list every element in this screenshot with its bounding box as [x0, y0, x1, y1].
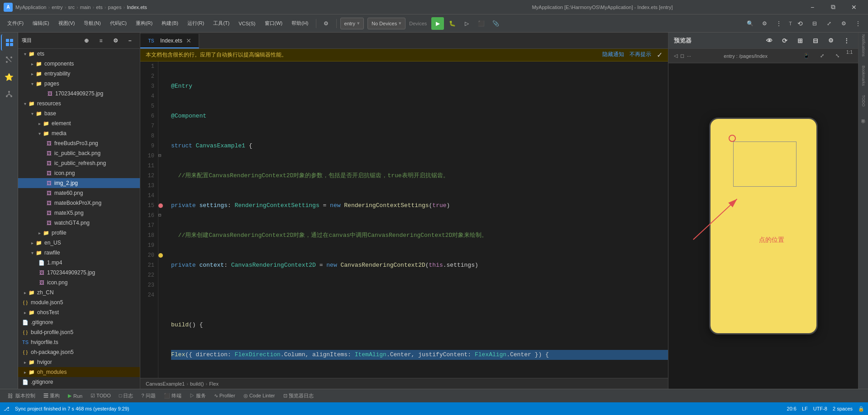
menu-build[interactable]: 构建(B): [158, 17, 182, 30]
menu-view[interactable]: 视图(V): [55, 17, 79, 30]
breadcrumb-main[interactable]: main: [80, 5, 91, 10]
line-ending[interactable]: LF: [802, 406, 808, 411]
tree-resources[interactable]: ▾ 📁 resources: [18, 99, 140, 108]
service-btn[interactable]: ▷ 服务: [186, 391, 210, 401]
preview-nav-back[interactable]: ◁: [674, 53, 677, 59]
tree-img2[interactable]: 🖼 img_2.jpg: [18, 178, 140, 188]
tree-watchgt4[interactable]: 🖼 watchGT4.png: [18, 218, 140, 228]
tree-matex5[interactable]: 🖼 mateX5.png: [18, 208, 140, 218]
profiler-btn[interactable]: ∿ Profiler: [210, 391, 239, 401]
code-linter-btn[interactable]: ◎ Code Linter: [240, 391, 279, 401]
device-dropdown[interactable]: No Devices ▾: [367, 18, 405, 29]
breakpoint-15[interactable]: [158, 203, 163, 208]
menu-navigate[interactable]: 导航(N): [80, 17, 104, 30]
tree-ic-refresh[interactable]: 🖼 ic_public_refresh.png: [18, 158, 140, 168]
maximize-button[interactable]: ⧉: [823, 0, 844, 14]
encoding[interactable]: UTF-8: [813, 406, 827, 411]
tree-ohostest[interactable]: ▸ 📁 ohosTest: [18, 307, 140, 317]
notifications-label[interactable]: Notifications: [861, 34, 866, 57]
tree-header-icon3[interactable]: ⚙: [109, 34, 122, 47]
tree-base[interactable]: ▾ 📁 base: [18, 108, 140, 118]
breadcrumb-pages[interactable]: pages: [108, 5, 122, 10]
tree-gitignore[interactable]: 📄 .gitignore: [18, 317, 140, 327]
tree-pages[interactable]: ▾ 📁 pages: [18, 79, 140, 89]
tree-jpg2[interactable]: 🖼 1702344909275.jpg: [18, 268, 140, 278]
terminal-btn[interactable]: ⬛ 终端: [160, 391, 185, 401]
tree-freebuds[interactable]: 🖼 freeBudsPro3.png: [18, 138, 140, 148]
settings2-icon[interactable]: ⚙: [758, 17, 771, 30]
activity-structure[interactable]: [1, 52, 17, 68]
tab-close-button[interactable]: ✕: [186, 37, 191, 44]
stop-button[interactable]: ⬛: [475, 17, 487, 30]
tree-profile[interactable]: ▸ 📁 profile: [18, 228, 140, 238]
search-icon[interactable]: 🔍: [744, 17, 756, 30]
tree-hvigorfile[interactable]: TS hvigorfile.ts: [18, 337, 140, 347]
preview-nav-home[interactable]: ◻: [680, 53, 684, 59]
debug-button[interactable]: 🐛: [446, 17, 458, 30]
minimize-button[interactable]: −: [802, 0, 823, 14]
tree-matebook[interactable]: 🖼 mateBookProX.png: [18, 198, 140, 208]
breadcrumb-indexets[interactable]: Index.ets: [127, 5, 147, 10]
preview-more-icon[interactable]: ⋮: [840, 34, 853, 47]
menu-vcs[interactable]: VCS(S): [235, 17, 259, 30]
issues-btn[interactable]: ? 问题: [138, 391, 159, 401]
tree-media[interactable]: ▾ 📁 media: [18, 128, 140, 138]
breadcrumb-src[interactable]: src: [68, 5, 75, 10]
tree-components[interactable]: ▸ 📁 components: [18, 59, 140, 69]
code-editor[interactable]: 1 2 3 4 5 6 7 8 9 10 11 12 13 14 15 16 1…: [140, 61, 668, 378]
tree-mp4[interactable]: 📄 1.mp4: [18, 258, 140, 268]
breadcrumb-canvas[interactable]: CanvasExample1: [146, 381, 185, 387]
tree-gitignore2[interactable]: 📄 .gitignore: [18, 377, 140, 387]
menu-code[interactable]: 代码(C): [106, 17, 130, 30]
refactor-btn[interactable]: ☰ 重构: [40, 391, 63, 401]
tree-build-profile2[interactable]: { } build-profile.json5: [18, 387, 140, 389]
preview-device-icon[interactable]: 📱: [800, 50, 813, 62]
preview-expand-icon[interactable]: ⤢: [816, 50, 828, 62]
tree-oh-package[interactable]: { } oh-package.json5: [18, 347, 140, 357]
attach-button[interactable]: 📎: [489, 17, 502, 30]
settings3-icon[interactable]: ⚙: [837, 17, 850, 30]
menu-refactor[interactable]: 重构(R): [132, 17, 156, 30]
indent[interactable]: 2 spaces: [833, 406, 853, 411]
fold-icon-10[interactable]: ⊟: [158, 151, 161, 161]
preview-refresh-icon[interactable]: ⟳: [778, 34, 791, 47]
tree-entryability[interactable]: ▸ 📁 entryability: [18, 69, 140, 79]
breadcrumb-myapp[interactable]: MyApplication: [15, 5, 46, 10]
no-more-prompt-link[interactable]: 不再提示: [630, 51, 651, 59]
close-button[interactable]: ✕: [844, 0, 864, 14]
menu-run[interactable]: 运行(R): [184, 17, 208, 30]
tree-ic-back[interactable]: 🖼 ic_public_back.png: [18, 148, 140, 158]
tree-header-icon4[interactable]: −: [124, 34, 136, 47]
preview-settings-icon[interactable]: ⚙: [825, 34, 837, 47]
layout-icon[interactable]: ⊟: [808, 17, 821, 30]
hide-notification-link[interactable]: 隐藏通知: [602, 51, 624, 59]
preview-fullscreen-icon[interactable]: ⤡: [831, 50, 844, 62]
tree-build-profile[interactable]: { } build-profile.json5: [18, 327, 140, 337]
menu-tools[interactable]: 工具(T): [210, 17, 233, 30]
git-branch[interactable]: ⎇: [4, 406, 10, 412]
run-btn[interactable]: ▶ Run: [64, 391, 86, 401]
tree-icon-png2[interactable]: 🖼 icon.png: [18, 278, 140, 288]
tree-mate60[interactable]: 🖼 mate60.png: [18, 188, 140, 198]
fold-icon-16[interactable]: ⊟: [158, 211, 161, 221]
preview-log-btn[interactable]: ⊡ 预览器日志: [280, 391, 317, 401]
menu-help[interactable]: 帮助(H): [288, 17, 312, 30]
preview-grid-icon[interactable]: ⊞: [794, 34, 806, 47]
tree-header-icon1[interactable]: ⊕: [80, 34, 93, 47]
breadcrumb-ets[interactable]: ets: [96, 5, 103, 10]
tree-element[interactable]: ▸ 📁 element: [18, 118, 140, 128]
tree-header-icon2[interactable]: ≡: [95, 34, 107, 47]
tree-module-json[interactable]: { } module.json5: [18, 297, 140, 307]
tab-index-ets[interactable]: TS Index.ets ✕: [140, 34, 199, 48]
menu-file[interactable]: 文件(F): [4, 17, 27, 30]
code-content[interactable]: @Entry @Component struct CanvasExample1 …: [166, 61, 668, 378]
preview-nav-more[interactable]: ···: [687, 53, 691, 59]
tree-rawfile[interactable]: ▾ 📁 rawfile: [18, 248, 140, 258]
more-icon[interactable]: ⋮: [773, 17, 785, 30]
version-control-btn[interactable]: ⛓ 版本控制: [4, 391, 39, 401]
activity-favorites[interactable]: ⭐: [1, 69, 17, 85]
breadcrumb-build[interactable]: build(): [190, 381, 204, 387]
preview-eye-icon[interactable]: 👁: [763, 34, 776, 47]
todo-btn[interactable]: ☑ TODO: [87, 391, 114, 401]
preview-layout-icon[interactable]: ⊟: [809, 34, 822, 47]
